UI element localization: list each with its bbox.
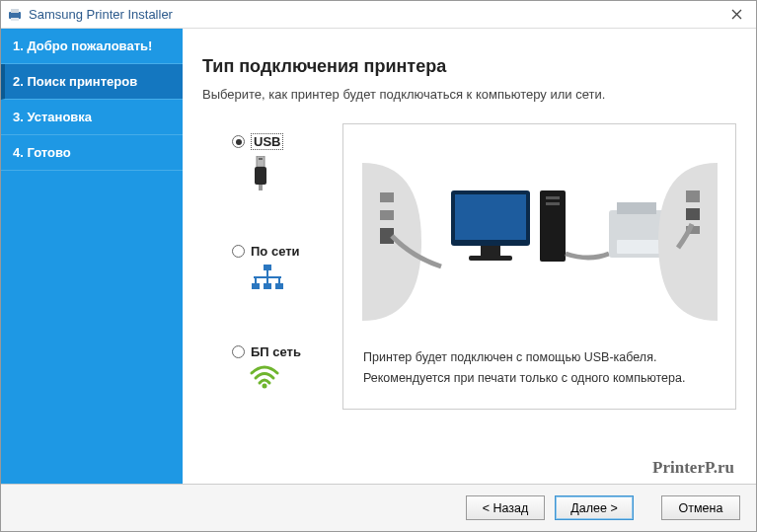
preview-panel: Принтер будет подключен с помощью USB-ка… <box>342 123 736 410</box>
svg-rect-0 <box>9 12 21 19</box>
step-label: 4. Готово <box>13 145 71 160</box>
step-label: 3. Установка <box>13 110 92 124</box>
cancel-button[interactable]: Отмена <box>661 495 740 520</box>
svg-rect-25 <box>546 196 560 199</box>
cancel-button-label: Отмена <box>679 501 723 515</box>
svg-rect-31 <box>686 190 700 202</box>
network-icon <box>250 265 285 295</box>
preview-image <box>359 140 719 343</box>
svg-rect-28 <box>617 202 656 214</box>
options-row: USB По сети <box>202 123 736 410</box>
body: 1. Добро пожаловать! 2. Поиск принтеров … <box>1 29 756 484</box>
radio-usb[interactable] <box>232 135 245 148</box>
svg-rect-6 <box>259 185 263 190</box>
svg-rect-2 <box>11 18 19 21</box>
svg-rect-24 <box>540 190 566 262</box>
svg-rect-26 <box>546 202 560 205</box>
preview-line-2: Рекомендуется при печати только с одного… <box>363 368 716 389</box>
svg-point-16 <box>263 384 267 389</box>
sidebar: 1. Добро пожаловать! 2. Поиск принтеров … <box>1 29 183 484</box>
sidebar-step-done[interactable]: 4. Готово <box>1 135 183 171</box>
svg-rect-21 <box>455 194 526 240</box>
svg-rect-19 <box>380 228 394 244</box>
step-label: 2. Поиск принтеров <box>13 74 137 89</box>
svg-rect-22 <box>481 246 500 256</box>
page-heading: Тип подключения принтера <box>202 56 736 77</box>
watermark: PrinterP.ru <box>652 458 734 478</box>
wifi-icon <box>250 365 279 392</box>
svg-rect-5 <box>255 167 266 185</box>
sidebar-step-install[interactable]: 3. Установка <box>1 100 183 135</box>
next-button-label: Далее > <box>570 501 617 515</box>
next-button[interactable]: Далее > <box>555 495 634 520</box>
option-usb-label: USB <box>251 133 283 150</box>
usb-icon <box>250 156 271 194</box>
step-label: 1. Добро пожаловать! <box>13 38 152 53</box>
radio-network[interactable] <box>232 245 245 258</box>
svg-rect-17 <box>380 192 394 202</box>
sidebar-step-welcome[interactable]: 1. Добро пожаловать! <box>1 29 183 64</box>
radio-wireless[interactable] <box>232 345 245 358</box>
svg-rect-3 <box>257 156 265 167</box>
titlebar: Samsung Printer Installer <box>1 1 756 29</box>
preview-description: Принтер будет подключен с помощью USB-ка… <box>359 343 719 394</box>
svg-rect-1 <box>11 9 19 13</box>
svg-rect-7 <box>264 265 271 270</box>
svg-rect-4 <box>259 158 263 160</box>
close-icon[interactable] <box>717 1 756 28</box>
option-network[interactable]: По сети <box>232 244 331 295</box>
installer-window: Samsung Printer Installer 1. Добро пожал… <box>0 0 757 532</box>
option-network-label: По сети <box>251 244 300 259</box>
svg-rect-13 <box>252 283 260 289</box>
svg-rect-15 <box>275 283 283 289</box>
svg-rect-14 <box>264 283 271 289</box>
sidebar-step-search[interactable]: 2. Поиск принтеров <box>1 64 183 100</box>
footer: < Назад Далее > Отмена <box>1 484 756 531</box>
connection-options: USB По сети <box>202 123 331 392</box>
option-usb[interactable]: USB <box>232 133 331 194</box>
svg-rect-23 <box>469 256 512 261</box>
app-icon <box>7 7 23 23</box>
svg-rect-18 <box>380 210 394 220</box>
page-subheading: Выберите, как принтер будет подключаться… <box>202 87 736 102</box>
svg-rect-32 <box>686 208 700 220</box>
option-wireless[interactable]: БП сеть <box>232 344 331 392</box>
back-button[interactable]: < Назад <box>466 495 545 520</box>
preview-line-1: Принтер будет подключен с помощью USB-ка… <box>363 347 716 368</box>
option-wireless-label: БП сеть <box>251 344 301 359</box>
back-button-label: < Назад <box>483 501 529 515</box>
window-title: Samsung Printer Installer <box>29 7 717 22</box>
content-pane: Тип подключения принтера Выберите, как п… <box>183 29 756 484</box>
